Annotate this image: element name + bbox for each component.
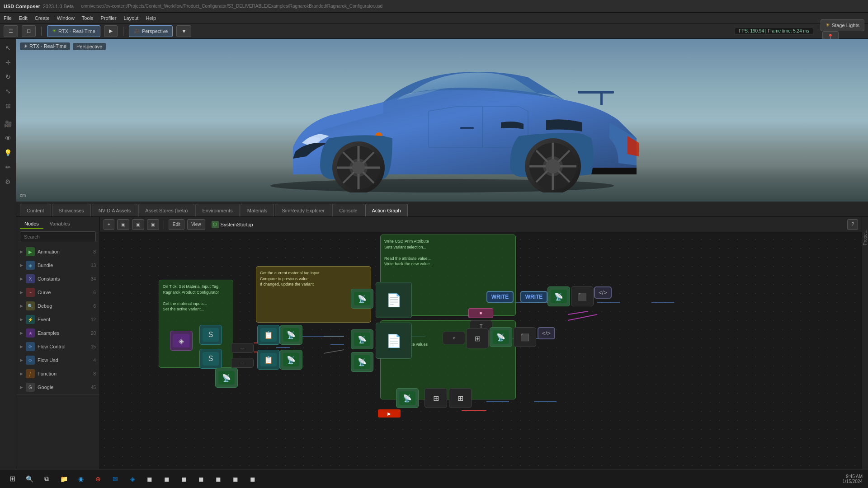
camera-tool-btn[interactable]: 🎥 (2, 117, 14, 130)
node-wifi-center[interactable]: 📡 (215, 368, 238, 388)
write-node-2[interactable]: WRITE (520, 291, 547, 303)
node-signal-r2[interactable]: 📡 (547, 286, 570, 306)
menu-profiler[interactable]: Profiler (101, 15, 117, 21)
category-constants[interactable]: ▶ X Constants 34 (16, 272, 99, 286)
move-tool-btn[interactable]: ✛ (2, 56, 14, 69)
tab-asset-stores[interactable]: Asset Stores (beta) (138, 204, 194, 216)
ag-help-btn[interactable]: ? (847, 219, 858, 230)
taskbar-taskview-btn[interactable]: ⧉ (40, 472, 53, 486)
category-debug[interactable]: ▶ 🔍 Debug 6 (16, 299, 99, 313)
taskbar-app5[interactable]: ◼ (212, 472, 225, 486)
menu-tools[interactable]: Tools (82, 15, 94, 21)
node-search-input[interactable] (20, 231, 96, 242)
taskbar-app1[interactable]: ◼ (143, 472, 156, 486)
red-arrow-node[interactable]: ▶ (378, 409, 401, 418)
select-tool-btn[interactable]: ↖ (2, 42, 14, 54)
light-tool-btn[interactable]: 💡 (2, 146, 14, 159)
taskbar-app6[interactable]: ◼ (229, 472, 242, 486)
transform-tool-btn[interactable]: ⊞ (2, 99, 14, 112)
node-x-box[interactable]: x (443, 332, 465, 344)
node-signal-r5[interactable]: 📡 (490, 327, 512, 347)
taskbar-edge-btn[interactable]: ◉ (74, 472, 88, 486)
node-write2[interactable]: 📋 (257, 350, 280, 370)
write-node-1[interactable]: WRITE (486, 291, 514, 303)
taskbar-vscode-btn[interactable]: ◈ (126, 472, 139, 486)
code-node-1[interactable]: </> (594, 286, 612, 299)
node-box-r1[interactable]: ⬛ (571, 286, 594, 306)
taskbar-explorer-btn[interactable]: 📁 (57, 472, 71, 486)
node-tick-left[interactable]: ◈ (170, 331, 193, 351)
node-doc-right2[interactable]: 📄 (376, 323, 412, 359)
category-flow-usd[interactable]: ▶ ⟳ Flow Usd 4 (16, 353, 99, 367)
perspective-btn[interactable]: 🎥 Perspective (129, 25, 173, 37)
view-tool-btn[interactable]: 👁 (2, 132, 14, 145)
tab-environments[interactable]: Environments (195, 204, 239, 216)
nodes-tab[interactable]: Nodes (20, 220, 43, 229)
category-function[interactable]: ▶ ƒ Function 8 (16, 367, 99, 380)
tab-console[interactable]: Console (332, 204, 364, 216)
variables-tab[interactable]: Variables (45, 220, 75, 229)
menu-create[interactable]: Create (35, 15, 50, 21)
node-scene1[interactable]: S (199, 325, 222, 345)
node-signal-bot1[interactable]: 📡 (396, 388, 419, 408)
rtx-extra-btn[interactable]: ▶ (104, 25, 118, 37)
node-signal-right1[interactable]: 📡 (351, 289, 373, 309)
taskbar-outlook-btn[interactable]: ✉ (108, 472, 122, 486)
node-scene2[interactable]: S (199, 349, 222, 369)
node-signal-r3[interactable]: 📡 (351, 329, 373, 349)
taskbar-search-btn[interactable]: 🔍 (23, 472, 36, 486)
tab-showcases[interactable]: Showcases (52, 204, 91, 216)
tab-content[interactable]: Content (20, 204, 51, 216)
node-box-r2[interactable]: ⬛ (514, 327, 536, 347)
category-examples[interactable]: ▶ ★ Examples 20 (16, 326, 99, 340)
rotate-tool-btn[interactable]: ↻ (2, 70, 14, 83)
tab-materials[interactable]: Materials (241, 204, 274, 216)
ag-edit-btn[interactable]: Edit (169, 219, 184, 230)
taskbar-app3[interactable]: ◼ (177, 472, 191, 486)
category-flow-control[interactable]: ▶ ⟳ Flow Control 15 (16, 340, 99, 353)
code-node-2[interactable]: </> (538, 327, 555, 339)
category-google[interactable]: ▶ G Google 45 (16, 380, 99, 394)
taskbar-windows-btn[interactable]: ⊞ (5, 472, 19, 486)
node-write1[interactable]: 📋 (257, 325, 280, 345)
tab-nvidia-assets[interactable]: NVIDIA Assets (92, 204, 138, 216)
taskbar-app7[interactable]: ◼ (246, 472, 259, 486)
taskbar-app4[interactable]: ◼ (194, 472, 208, 486)
category-curve[interactable]: ▶ ~ Curve 6 (16, 286, 99, 299)
taskbar-app2[interactable]: ◼ (160, 472, 174, 486)
extra-tool-btn[interactable]: ⚙ (2, 175, 14, 188)
node-doc-right1[interactable]: 📄 (376, 282, 412, 318)
taskbar-chrome-btn[interactable]: ⊕ (91, 472, 105, 486)
menu-file[interactable]: File (4, 15, 12, 21)
node-split-bot2[interactable]: ⊞ (449, 388, 472, 408)
ag-layout-btn3[interactable]: ▣ (147, 219, 159, 230)
ag-view-btn[interactable]: View (187, 219, 205, 230)
view-extra-btn[interactable]: ▼ (176, 25, 191, 37)
category-animation[interactable]: ▶ ▶ Animation 8 (16, 245, 99, 258)
menu-edit[interactable]: Edit (19, 15, 28, 21)
graph-canvas[interactable]: + ▣ ▣ ▣ Edit View ⬡ SystemStartup ? (100, 217, 862, 488)
scale-tool-btn[interactable]: ⤡ (2, 85, 14, 98)
stage-lights-btn[interactable]: ☀ Stage Lights (821, 19, 864, 31)
toolbar-icon-btn[interactable]: ☰ (4, 25, 18, 37)
node-split-r1[interactable]: ⊞ (466, 328, 489, 348)
node-wifi2[interactable]: 📡 (280, 350, 302, 370)
toolbar-select-btn[interactable]: ◻ (22, 25, 36, 37)
menu-layout[interactable]: Layout (123, 15, 138, 21)
viewport-3d[interactable]: ☀ RTX - Real-Time Perspective cm (16, 39, 868, 202)
ag-layout-btn1[interactable]: ▣ (117, 219, 129, 230)
tab-simready[interactable]: SimReady Explorer (275, 204, 331, 216)
node-connector2[interactable]: — (231, 358, 254, 368)
category-event[interactable]: ▶ ⚡ Event 12 (16, 313, 99, 326)
rtx-mode-btn[interactable]: ☀ RTX - Real-Time (47, 25, 100, 37)
paint-tool-btn[interactable]: ✏ (2, 161, 14, 174)
menu-help[interactable]: Help (146, 15, 156, 21)
tab-action-graph[interactable]: Action Graph (365, 204, 408, 216)
node-magenta[interactable]: ■ (468, 308, 493, 318)
node-signal-r4[interactable]: 📡 (351, 352, 373, 372)
category-bundle[interactable]: ▶ ◈ Bundle 13 (16, 258, 99, 272)
menu-window[interactable]: Window (57, 15, 75, 21)
node-connector1[interactable]: — (231, 343, 254, 353)
ag-layout-btn2[interactable]: ▣ (132, 219, 144, 230)
node-wifi1[interactable]: 📡 (280, 325, 302, 345)
